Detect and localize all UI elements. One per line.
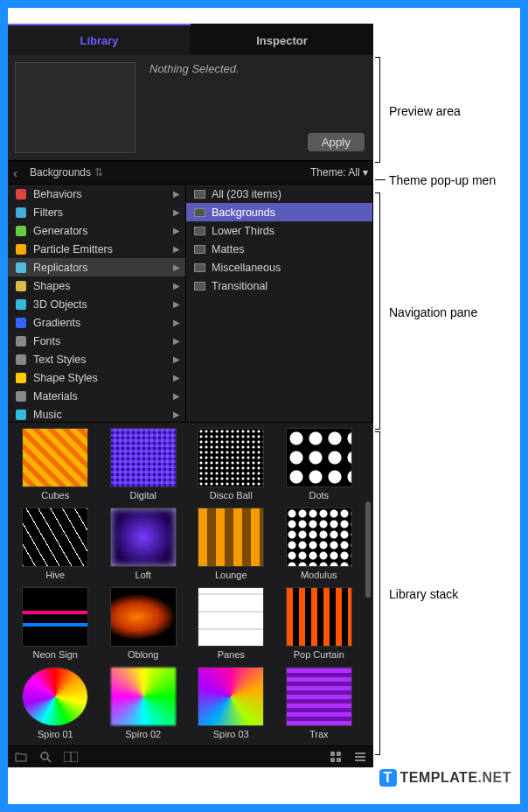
category-label: Text Styles bbox=[33, 354, 173, 366]
category-icon bbox=[13, 317, 29, 329]
subcategory-row[interactable]: All (203 items) bbox=[186, 185, 372, 203]
category-icon bbox=[13, 298, 29, 311]
item-thumbnail bbox=[198, 428, 264, 487]
category-row[interactable]: 3D Objects ▶ bbox=[8, 295, 185, 313]
category-icon bbox=[13, 243, 29, 256]
item-thumbnail bbox=[198, 508, 264, 567]
category-row[interactable]: Generators ▶ bbox=[8, 221, 185, 240]
chevron-right-icon: ▶ bbox=[173, 318, 180, 327]
annotation-stack: Library stack bbox=[389, 587, 458, 601]
category-icon bbox=[13, 372, 29, 384]
category-row[interactable]: Gradients ▶ bbox=[8, 313, 185, 332]
subcategory-label: Transitional bbox=[212, 280, 367, 292]
category-row[interactable]: Fonts ▶ bbox=[8, 332, 185, 350]
library-item[interactable]: Panes bbox=[189, 587, 274, 660]
library-item[interactable]: Neon Sign bbox=[13, 587, 98, 660]
search-icon[interactable] bbox=[39, 751, 52, 763]
library-item[interactable]: Oblong bbox=[101, 587, 186, 660]
path-bar: ‹ Backgrounds ⇅ Theme: All ▾ bbox=[8, 160, 373, 185]
category-label: Behaviors bbox=[33, 188, 173, 200]
category-label: Shapes bbox=[33, 280, 173, 292]
subcategory-label: Backgrounds bbox=[212, 206, 367, 219]
category-row[interactable]: Replicators ▶ bbox=[8, 258, 185, 276]
columns-icon[interactable] bbox=[64, 752, 78, 762]
svg-point-0 bbox=[41, 752, 48, 760]
item-label: Cubes bbox=[41, 490, 69, 500]
library-item[interactable]: Loft bbox=[101, 508, 186, 580]
subcategory-row[interactable]: Transitional bbox=[186, 276, 372, 295]
item-label: Oblong bbox=[128, 649, 158, 660]
library-item[interactable]: Hive bbox=[13, 508, 98, 580]
category-row[interactable]: Behaviors ▶ bbox=[8, 185, 185, 203]
chevron-right-icon: ▶ bbox=[173, 281, 180, 290]
category-row[interactable]: Text Styles ▶ bbox=[8, 350, 185, 368]
svg-rect-6 bbox=[330, 758, 335, 762]
category-icon bbox=[13, 354, 29, 366]
category-label: Music bbox=[33, 409, 173, 421]
item-label: Modulus bbox=[301, 570, 337, 580]
item-thumbnail bbox=[22, 667, 88, 726]
library-item[interactable]: Pop Curtain bbox=[277, 587, 362, 660]
navigation-pane: Behaviors ▶ Filters ▶ Generators ▶ Parti… bbox=[8, 185, 373, 423]
category-icon bbox=[13, 280, 29, 292]
item-label: Trax bbox=[309, 729, 329, 739]
category-row[interactable]: Particle Emitters ▶ bbox=[8, 240, 185, 258]
category-label: 3D Objects bbox=[33, 298, 173, 311]
subcategory-label: Lower Thirds bbox=[212, 225, 367, 237]
category-row[interactable]: Materials ▶ bbox=[8, 387, 185, 405]
preview-thumbnail bbox=[15, 62, 135, 153]
category-row[interactable]: Music ▶ bbox=[8, 405, 185, 422]
chevron-right-icon: ▶ bbox=[173, 189, 180, 199]
item-label: Neon Sign bbox=[33, 649, 78, 660]
thumbnail-grid: Cubes Digital Disco Ball Dots Hive Loft … bbox=[8, 423, 373, 745]
chevron-right-icon: ▶ bbox=[173, 391, 180, 401]
category-label: Shape Styles bbox=[33, 372, 173, 384]
svg-rect-4 bbox=[330, 752, 335, 756]
subcategory-row[interactable]: Lower Thirds bbox=[186, 221, 372, 240]
watermark: T TEMPLATE.NET bbox=[379, 769, 511, 787]
subcategory-row[interactable]: Mattes bbox=[186, 240, 372, 258]
library-item[interactable]: Spiro 02 bbox=[101, 667, 186, 739]
annotation-preview: Preview area bbox=[389, 104, 461, 118]
category-row[interactable]: Shape Styles ▶ bbox=[8, 368, 185, 387]
tab-inspector[interactable]: Inspector bbox=[191, 24, 373, 55]
chevron-right-icon: ▶ bbox=[173, 262, 180, 272]
item-label: Lounge bbox=[215, 570, 247, 580]
library-item[interactable]: Dots bbox=[277, 428, 362, 500]
library-item[interactable]: Lounge bbox=[189, 508, 274, 580]
theme-popup[interactable]: Theme: All ▾ bbox=[310, 166, 368, 178]
list-view-icon[interactable] bbox=[354, 751, 366, 763]
scrollbar[interactable] bbox=[365, 501, 371, 598]
tab-library[interactable]: Library bbox=[8, 24, 191, 55]
svg-rect-5 bbox=[337, 752, 341, 756]
item-thumbnail bbox=[198, 587, 264, 647]
category-column: Behaviors ▶ Filters ▶ Generators ▶ Parti… bbox=[8, 185, 186, 422]
subcategory-row[interactable]: Backgrounds bbox=[186, 203, 372, 221]
category-label: Gradients bbox=[33, 317, 173, 329]
category-icon bbox=[13, 390, 29, 402]
chevron-right-icon: ▶ bbox=[173, 207, 180, 217]
category-row[interactable]: Shapes ▶ bbox=[8, 276, 185, 295]
library-item[interactable]: Digital bbox=[101, 428, 186, 500]
library-item[interactable]: Disco Ball bbox=[189, 428, 274, 500]
library-item[interactable]: Modulus bbox=[277, 508, 362, 580]
chevron-down-icon: ▾ bbox=[363, 166, 368, 178]
subcategory-row[interactable]: Miscellaneous bbox=[186, 258, 372, 276]
breadcrumb[interactable]: Backgrounds bbox=[30, 166, 91, 178]
item-thumbnail bbox=[22, 428, 88, 487]
apply-button[interactable]: Apply bbox=[308, 133, 365, 151]
item-thumbnail bbox=[110, 587, 177, 647]
back-button[interactable]: ‹ bbox=[13, 165, 17, 180]
new-folder-icon[interactable] bbox=[15, 752, 27, 762]
grid-view-icon[interactable] bbox=[330, 751, 342, 763]
library-item[interactable]: Trax bbox=[277, 667, 362, 739]
library-item[interactable]: Cubes bbox=[13, 428, 98, 500]
library-item[interactable]: Spiro 03 bbox=[189, 667, 274, 739]
item-thumbnail bbox=[198, 667, 264, 726]
category-label: Materials bbox=[33, 390, 173, 402]
sort-icon[interactable]: ⇅ bbox=[94, 166, 103, 178]
category-row[interactable]: Filters ▶ bbox=[8, 203, 185, 221]
library-panel: Library Inspector Nothing Selected. Appl… bbox=[8, 24, 373, 767]
item-label: Spiro 03 bbox=[213, 729, 249, 739]
library-item[interactable]: Spiro 01 bbox=[13, 667, 98, 739]
